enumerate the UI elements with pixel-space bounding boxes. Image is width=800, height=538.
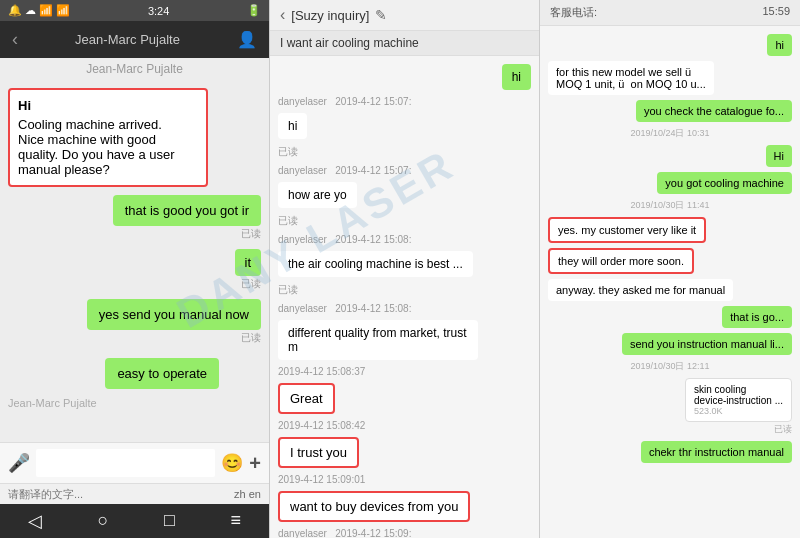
left-chat-panel: 🔔 ☁ 📶 📶 3:24 🔋 ‹ Jean-Marc Pujalte 👤 Jea… (0, 0, 270, 538)
menu-nav-icon[interactable]: ≡ (231, 510, 242, 532)
right-timestamp-1: 2019/10/24日 10:31 (630, 127, 709, 140)
back-icon[interactable]: ‹ (12, 29, 18, 50)
avatar (225, 353, 261, 389)
contact-label-bottom: Jean-Marc Pujalte (8, 397, 261, 409)
pinned-message: I want air cooling machine (270, 31, 539, 56)
left-header: ‹ Jean-Marc Pujalte 👤 (0, 21, 269, 58)
msg-send-manual: yes send you manual now (87, 299, 261, 330)
file-attachment: skin coolingdevice-instruction ... 523.0… (685, 378, 792, 422)
file-name: skin coolingdevice-instruction ... (694, 384, 783, 406)
status-bar: 🔔 ☁ 📶 📶 3:24 🔋 (0, 0, 269, 21)
recent-nav-icon[interactable]: □ (164, 510, 175, 532)
middle-header: ‹ [Suzy inquiry] ✎ (270, 0, 539, 31)
read-label-3: 已读 (241, 331, 261, 345)
mid-timestamp-4: danyelaser 2019-4-12 15:08: (278, 303, 531, 314)
mid-read-2: 已读 (278, 214, 298, 228)
mid-timestamp-7: 2019-4-12 15:09:01 (278, 474, 531, 485)
read-label-2: 已读 (241, 277, 261, 291)
mid-msg-trust: I trust you (278, 437, 359, 468)
mid-msg-how-recv: how are yo (278, 182, 357, 208)
right-msg-customer-like: yes. my customer very like it (548, 217, 706, 243)
edit-icon[interactable]: ✎ (375, 7, 387, 23)
right-chat-area: hi for this new model we sell üMOQ 1 uni… (540, 26, 800, 538)
cooling-machine-msg: Cooling machine arrived.Nice machine wit… (18, 117, 198, 177)
middle-back-icon[interactable]: ‹ (280, 6, 285, 24)
right-timestamp-2: 2019/10/30日 11:41 (630, 199, 709, 212)
mid-read-1: 已读 (278, 145, 298, 159)
right-read-label: 已读 (774, 423, 792, 436)
right-time: 15:59 (762, 5, 790, 20)
mid-timestamp-5: 2019-4-12 15:08:37 (278, 366, 531, 377)
mid-timestamp-6: 2019-4-12 15:08:42 (278, 420, 531, 431)
home-nav-icon[interactable]: ○ (98, 510, 109, 532)
mic-icon[interactable]: 🎤 (8, 452, 30, 474)
middle-chat-panel: ‹ [Suzy inquiry] ✎ I want air cooling ma… (270, 0, 540, 538)
greeting-text: Hi (18, 98, 198, 113)
message-received-boxed: Hi Cooling machine arrived.Nice machine … (8, 88, 208, 187)
right-timestamp-3: 2019/10/30日 12:11 (630, 360, 709, 373)
person-icon[interactable]: 👤 (237, 30, 257, 49)
msg-easy-operate: easy to operate (105, 358, 219, 389)
right-header: 客服电话: 15:59 (540, 0, 800, 26)
contact-name: Jean-Marc Pujalte (0, 58, 269, 80)
mid-msg-hi-sent: hi (502, 64, 531, 90)
middle-header-title: [Suzy inquiry] (291, 8, 369, 23)
right-msg-send-instruction: send you instruction manual li... (622, 333, 792, 355)
right-chat-panel: 客服电话: 15:59 hi for this new model we sel… (540, 0, 800, 538)
time: 3:24 (148, 5, 169, 17)
mid-timestamp-3: danyelaser 2019-4-12 15:08: (278, 234, 531, 245)
mid-msg-great: Great (278, 383, 335, 414)
left-header-title: Jean-Marc Pujalte (75, 32, 180, 47)
translate-bar: zh en (0, 483, 269, 504)
translate-lang: zh en (234, 488, 261, 500)
right-msg-hi: hi (767, 34, 792, 56)
middle-chat-area: hi danyelaser 2019-4-12 15:07: hi 已读 dan… (270, 56, 539, 538)
translate-input[interactable] (8, 488, 234, 500)
back-nav-icon[interactable]: ◁ (28, 510, 42, 532)
read-label-1: 已读 (241, 227, 261, 241)
mid-timestamp-1: danyelaser 2019-4-12 15:07: (278, 96, 531, 107)
right-msg-hi2: Hi (766, 145, 792, 167)
battery-icon: 🔋 (247, 4, 261, 17)
mid-msg-hi-recv: hi (278, 113, 307, 139)
message-input[interactable] (36, 449, 215, 477)
msg-it: it (235, 249, 262, 276)
right-msg-catalogue: you check the catalogue fo... (636, 100, 792, 122)
mid-timestamp-2: danyelaser 2019-4-12 15:07: (278, 165, 531, 176)
right-msg-that-is-go: that is go... (722, 306, 792, 328)
right-msg-got-cooling: you got cooling machine (657, 172, 792, 194)
nav-bar: ◁ ○ □ ≡ (0, 504, 269, 538)
status-icons: 🔔 ☁ 📶 📶 (8, 4, 70, 17)
right-msg-manual: anyway. they asked me for manual (548, 279, 733, 301)
mid-msg-buy: want to buy devices from you (278, 491, 470, 522)
right-service-label: 客服电话: (550, 5, 597, 20)
mid-msg-air-cooling: the air cooling machine is best ... (278, 251, 473, 277)
mid-timestamp-8: danyelaser 2019-4-12 15:09: (278, 528, 531, 538)
file-size: 523.0K (694, 406, 783, 416)
add-icon[interactable]: + (249, 452, 261, 475)
msg-good-you-got: that is good you got ir (113, 195, 261, 226)
left-input-area: 🎤 😊 + (0, 442, 269, 483)
emoji-icon[interactable]: 😊 (221, 452, 243, 474)
mid-msg-different: different quality from market, trust m (278, 320, 478, 360)
left-chat-area: Hi Cooling machine arrived.Nice machine … (0, 80, 269, 442)
mid-read-3: 已读 (278, 283, 298, 297)
right-msg-check-instruction: chekr thr instruction manual (641, 441, 792, 463)
right-msg-order-more: they will order more soon. (548, 248, 694, 274)
right-msg-moq: for this new model we sell üMOQ 1 unit, … (548, 61, 714, 95)
